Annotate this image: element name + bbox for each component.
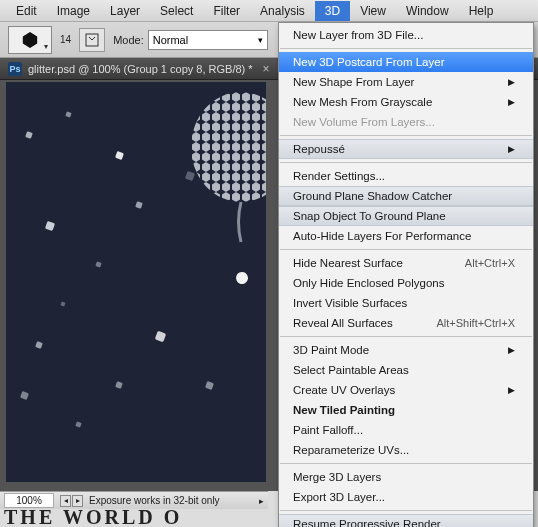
menu-separator: [280, 249, 532, 250]
menu-item-reveal-all-surfaces[interactable]: Reveal All SurfacesAlt+Shift+Ctrl+X: [279, 313, 533, 333]
menu-item-label: Render Settings...: [293, 170, 385, 182]
menu-item-label: Repoussé: [293, 143, 345, 155]
menu-shortcut: Alt+Ctrl+X: [465, 257, 515, 269]
svg-point-3: [191, 92, 266, 202]
photoshop-badge-icon: Ps: [8, 62, 22, 76]
menu-item-merge-3d-layers[interactable]: Merge 3D Layers: [279, 467, 533, 487]
menu-item-label: Ground Plane Shadow Catcher: [293, 190, 452, 202]
menu-item-label: 3D Paint Mode: [293, 344, 369, 356]
document-title: glitter.psd @ 100% (Group 1 copy 8, RGB/…: [28, 63, 253, 75]
menu-3d-dropdown: New Layer from 3D File...New 3D Postcard…: [278, 22, 534, 527]
menu-select[interactable]: Select: [150, 1, 203, 21]
menu-item-auto-hide-layers-for-performance[interactable]: Auto-Hide Layers For Performance: [279, 226, 533, 246]
menu-item-label: Only Hide Enclosed Polygons: [293, 277, 445, 289]
brush-size-value: 14: [60, 34, 71, 45]
mode-label: Mode:: [113, 34, 144, 46]
menu-item-label: Create UV Overlays: [293, 384, 395, 396]
menu-item-label: Hide Nearest Surface: [293, 257, 403, 269]
menu-item-reparameterize-uvs[interactable]: Reparameterize UVs...: [279, 440, 533, 460]
menu-item-export-3d-layer[interactable]: Export 3D Layer...: [279, 487, 533, 507]
blend-mode-select[interactable]: Normal ▾: [148, 30, 268, 50]
document-canvas[interactable]: [6, 82, 266, 482]
menu-item-invert-visible-surfaces[interactable]: Invert Visible Surfaces: [279, 293, 533, 313]
menu-item-label: New Layer from 3D File...: [293, 29, 423, 41]
menu-item-label: Resume Progressive Render: [293, 518, 441, 527]
menu-edit[interactable]: Edit: [6, 1, 47, 21]
menu-separator: [280, 48, 532, 49]
nav-right-button[interactable]: ▸: [72, 495, 83, 507]
svg-marker-0: [23, 31, 37, 47]
menu-item-ground-plane-shadow-catcher[interactable]: Ground Plane Shadow Catcher: [279, 186, 533, 206]
menu-item-label: New Volume From Layers...: [293, 116, 435, 128]
nav-arrow-group: ◂ ▸: [60, 495, 83, 507]
menu-separator: [280, 510, 532, 511]
menu-separator: [280, 336, 532, 337]
menu-window[interactable]: Window: [396, 1, 459, 21]
blend-mode-value: Normal: [153, 34, 188, 46]
menu-item-new-volume-from-layers: New Volume From Layers...: [279, 112, 533, 132]
menu-3d[interactable]: 3D: [315, 1, 350, 21]
submenu-arrow-icon: ▶: [508, 385, 515, 395]
blend-mode-control: Mode: Normal ▾: [113, 30, 268, 50]
menu-item-label: New Tiled Painting: [293, 404, 395, 416]
menu-item-label: Snap Object To Ground Plane: [293, 210, 446, 222]
submenu-arrow-icon: ▶: [508, 77, 515, 87]
menu-item-new-tiled-painting[interactable]: New Tiled Painting: [279, 400, 533, 420]
menu-help[interactable]: Help: [459, 1, 504, 21]
menu-view[interactable]: View: [350, 1, 396, 21]
menu-item-create-uv-overlays[interactable]: Create UV Overlays▶: [279, 380, 533, 400]
nav-left-button[interactable]: ◂: [60, 495, 71, 507]
menu-layer[interactable]: Layer: [100, 1, 150, 21]
chevron-right-icon[interactable]: ▸: [259, 496, 264, 506]
submenu-arrow-icon: ▶: [508, 97, 515, 107]
menu-item-label: Reveal All Surfaces: [293, 317, 393, 329]
menu-item-label: Merge 3D Layers: [293, 471, 381, 483]
menu-shortcut: Alt+Shift+Ctrl+X: [436, 317, 515, 329]
menu-item-snap-object-to-ground-plane[interactable]: Snap Object To Ground Plane: [279, 206, 533, 226]
menu-item-new-shape-from-layer[interactable]: New Shape From Layer▶: [279, 72, 533, 92]
menu-item-label: Select Paintable Areas: [293, 364, 409, 376]
chevron-down-icon: ▾: [44, 42, 48, 51]
status-info-text: Exposure works in 32-bit only: [89, 495, 220, 506]
menu-item-label: Reparameterize UVs...: [293, 444, 409, 456]
menu-item-render-settings[interactable]: Render Settings...: [279, 166, 533, 186]
menu-item-3d-paint-mode[interactable]: 3D Paint Mode▶: [279, 340, 533, 360]
menu-item-resume-progressive-render[interactable]: Resume Progressive Render: [279, 514, 533, 527]
menu-item-new-3d-postcard-from-layer[interactable]: New 3D Postcard From Layer: [279, 52, 533, 72]
menu-item-label: New Mesh From Grayscale: [293, 96, 432, 108]
menu-item-label: Auto-Hide Layers For Performance: [293, 230, 471, 242]
chevron-down-icon: ▾: [258, 35, 263, 45]
menu-item-label: New 3D Postcard From Layer: [293, 56, 444, 68]
menu-item-label: Invert Visible Surfaces: [293, 297, 407, 309]
menu-analysis[interactable]: Analysis: [250, 1, 315, 21]
menu-item-hide-nearest-surface[interactable]: Hide Nearest SurfaceAlt+Ctrl+X: [279, 253, 533, 273]
brush-shape-picker[interactable]: ▾: [8, 26, 52, 54]
menu-item-select-paintable-areas[interactable]: Select Paintable Areas: [279, 360, 533, 380]
menu-item-label: Paint Falloff...: [293, 424, 363, 436]
menu-filter[interactable]: Filter: [203, 1, 250, 21]
submenu-arrow-icon: ▶: [508, 345, 515, 355]
menu-item-label: Export 3D Layer...: [293, 491, 385, 503]
glitter-cluster: [181, 92, 266, 252]
menu-image[interactable]: Image: [47, 1, 100, 21]
menu-separator: [280, 162, 532, 163]
main-menubar: EditImageLayerSelectFilterAnalysis3DView…: [0, 0, 538, 22]
menu-item-label: New Shape From Layer: [293, 76, 414, 88]
cropped-article-text: THE WORLD O: [4, 506, 182, 527]
menu-separator: [280, 135, 532, 136]
menu-item-paint-falloff[interactable]: Paint Falloff...: [279, 420, 533, 440]
submenu-arrow-icon: ▶: [508, 144, 515, 154]
toggle-panel-button[interactable]: [79, 28, 105, 52]
menu-item-new-mesh-from-grayscale[interactable]: New Mesh From Grayscale▶: [279, 92, 533, 112]
menu-item-new-layer-from-3d-file[interactable]: New Layer from 3D File...: [279, 25, 533, 45]
menu-separator: [280, 463, 532, 464]
menu-item-only-hide-enclosed-polygons[interactable]: Only Hide Enclosed Polygons: [279, 273, 533, 293]
close-tab-button[interactable]: ×: [263, 62, 270, 76]
menu-item-repouss[interactable]: Repoussé▶: [279, 139, 533, 159]
